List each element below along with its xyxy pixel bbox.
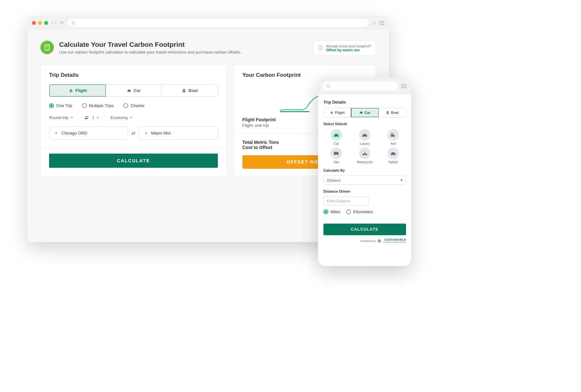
suv-icon [387,129,399,141]
search-icon [71,21,76,25]
origin-input[interactable]: Chicago ORD [49,126,128,140]
close-window-button[interactable] [32,21,36,25]
round-trip-dropdown[interactable]: Round trip ▾ [49,115,73,120]
brand-name-top: SUSTAINABLE [384,238,406,241]
tab-car-label: Car [134,88,141,93]
boat-icon [386,111,390,115]
window-controls [32,21,48,25]
vehicle-hybrid[interactable]: Hybrid [380,147,406,164]
radio-miles[interactable]: Miles [323,209,340,214]
page-subtitle: Use our carbon footprint calculator to c… [59,50,241,55]
chevron-down-icon: ▾ [71,116,73,120]
mobile-top-bar [318,78,411,95]
mobile-tab-car[interactable]: Car [351,108,379,117]
svg-rect-2 [45,45,49,50]
passengers-dropdown[interactable]: 1 ▾ [85,115,99,120]
offset-by-ton-box[interactable]: ⓘ Already know your footprint? Offset by… [313,41,376,55]
radio-one-trip-label: One Trip [56,103,72,108]
radio-kilometers[interactable]: Kilometers [346,209,373,214]
mobile-search-bar[interactable] [323,82,398,91]
destination-input[interactable]: Miami MIA [139,126,218,140]
distance-input[interactable]: Enter Distance [323,196,369,206]
menu-icon[interactable] [379,21,384,25]
distance-driven-label: Distance Driven [323,189,406,193]
tab-boat[interactable]: Boat [162,85,218,96]
browser-bar: ‹ › ⟳ ⤢ [27,16,389,30]
forward-button[interactable]: › [55,20,56,26]
trip-details-card: Trip Details Flight Car Boat [40,65,227,176]
page-title: Calculate Your Travel Carbon Footprint [59,41,241,48]
calculate-by-label: Calculate By [323,168,406,172]
calculate-button[interactable]: CALCULATE [49,154,218,168]
class-dropdown[interactable]: Economy ▾ [110,115,132,120]
offset-link[interactable]: Offset by metric ton [326,48,371,52]
brand-name-bottom: TRAVEL INTERNATIONAL [383,241,406,243]
mobile-tab-flight-label: Flight [335,111,345,115]
mobile-device-window: Trip Details Flight Car Boat Select Vehi… [318,77,412,266]
vehicle-4x4[interactable]: 4x4 [380,129,406,146]
car-icon [331,129,342,141]
mobile-powered-by: Powered by SUSTAINABLE TRAVEL INTERNATIO… [323,238,406,243]
destination-value: Miami MIA [151,131,171,136]
search-icon [326,84,331,88]
people-icon [85,115,89,120]
svg-line-1 [74,24,75,25]
mobile-tab-car-label: Car [364,111,370,115]
vehicle-van-label: Van [333,160,339,164]
luxury-icon [359,129,371,141]
tab-flight[interactable]: Flight [49,84,106,97]
plane-icon [68,88,74,93]
tab-boat-label: Boat [189,88,198,93]
maximize-window-button[interactable] [44,21,48,25]
back-button[interactable]: ‹ [51,20,53,26]
car-icon [359,111,363,115]
mobile-trip-heading: Trip Details [323,100,406,105]
vehicle-motorcycle-label: Motorcycle [357,160,372,164]
mobile-tab-boat[interactable]: Boat [379,108,406,117]
divider [41,147,226,148]
vehicle-grid: Car Luxury 4x4 Van Motorcycle Hybrid [323,129,406,164]
vehicle-4x4-label: 4x4 [391,142,396,146]
divider [318,219,411,220]
offset-question: Already know your footprint? [326,44,371,48]
radio-multiple-trips-label: Multiple Trips [89,103,114,108]
svg-point-11 [327,85,329,87]
radio-charter-label: Charter [130,103,144,108]
mobile-tab-flight[interactable]: Flight [324,108,351,117]
car-icon [127,88,132,93]
radio-dot [49,103,54,108]
radio-charter[interactable]: Charter [123,103,144,108]
vehicle-hybrid-label: Hybrid [389,160,398,164]
mobile-menu-icon[interactable] [401,84,407,88]
mobile-calculate-button[interactable]: CALCULATE [323,224,406,235]
radio-dot [323,209,328,214]
reload-button[interactable]: ⟳ [60,20,64,26]
info-icon: ⓘ [318,45,323,52]
hybrid-icon [387,147,399,159]
radio-dot [123,103,128,108]
svg-line-8 [55,132,57,134]
calculate-by-dropdown[interactable]: Distance ▾ [323,176,406,185]
radio-one-trip[interactable]: One Trip [49,103,72,108]
vehicle-luxury[interactable]: Luxury [352,129,378,146]
calculate-by-value: Distance [327,178,341,182]
passenger-count: 1 [92,115,94,120]
trip-details-heading: Trip Details [49,72,218,78]
swap-button[interactable]: ⇄ [131,130,136,136]
powered-by-text: Powered by [361,239,376,243]
tab-car[interactable]: Car [106,85,162,96]
expand-icon[interactable]: ⤢ [372,20,376,26]
vehicle-van[interactable]: Van [323,147,349,164]
url-bar[interactable] [67,19,369,27]
unit-radios: Miles Kilometers [323,209,406,214]
chevron-down-icon: ▾ [97,116,99,120]
vehicle-motorcycle[interactable]: Motorcycle [352,147,378,164]
class-value: Economy [110,115,128,120]
round-trip-value: Round trip [49,115,68,120]
arrow-out-icon [54,131,58,135]
radio-multiple-trips[interactable]: Multiple Trips [82,103,114,108]
vehicle-car[interactable]: Car [323,129,349,146]
radio-kilometers-label: Kilometers [353,209,373,214]
minimize-window-button[interactable] [38,21,42,25]
chevron-down-icon: ▾ [130,116,132,120]
